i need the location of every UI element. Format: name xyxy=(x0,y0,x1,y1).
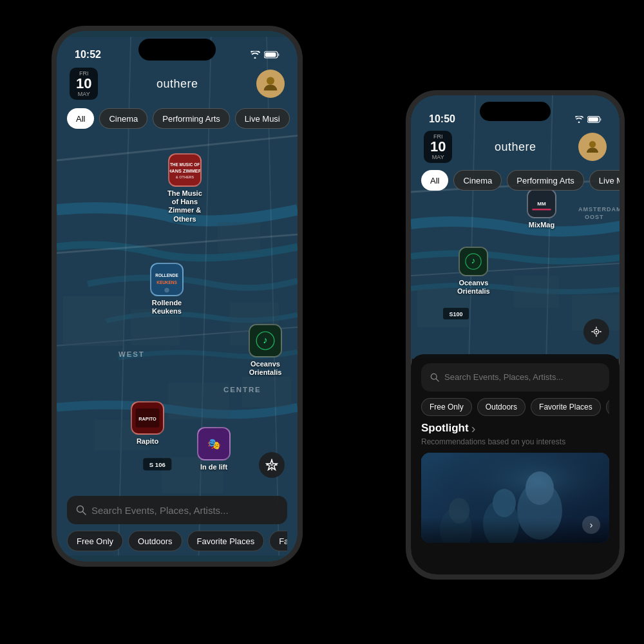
svg-rect-80 xyxy=(421,517,609,543)
filter-bar-2: All Cinema Performing Arts Live Musi xyxy=(411,167,620,193)
spotlight-arrow-icon: › xyxy=(471,421,476,436)
day-number-2: 10 xyxy=(430,140,446,154)
svg-text:♪: ♪ xyxy=(263,335,267,345)
svg-text:CENTRE: CENTRE xyxy=(223,386,261,393)
scene: 10:52 xyxy=(0,0,644,644)
dynamic-island-2 xyxy=(480,102,551,121)
event-pin-hans-zimmer[interactable]: THE MUSIC OF HANS ZIMMER & OTHERS The Mu… xyxy=(167,153,202,223)
search-icon xyxy=(76,505,86,515)
tag-favorite-a-2[interactable]: Favorite A xyxy=(606,398,609,416)
event-label-rapito: Rapito xyxy=(137,437,158,446)
filter-cinema[interactable]: Cinema xyxy=(99,108,147,129)
avatar-2[interactable] xyxy=(578,133,607,161)
app-header: FRI 10 MAY outhere xyxy=(57,64,298,103)
svg-point-22 xyxy=(267,77,274,85)
event-image-lift: 🎭 xyxy=(197,427,231,460)
tag-row-2: Free Only Outdoors Favorite Places Favor… xyxy=(421,398,609,416)
spotlight-title[interactable]: Spotlight › xyxy=(421,421,609,436)
filter-bar: All Cinema Performing Arts Live Musi xyxy=(57,106,298,131)
svg-text:🎭: 🎭 xyxy=(207,437,221,451)
search-bar-2[interactable] xyxy=(421,363,609,392)
svg-rect-64 xyxy=(532,209,551,210)
svg-text:HANS ZIMMER: HANS ZIMMER xyxy=(169,168,200,174)
svg-rect-14 xyxy=(168,383,230,420)
battery-icon xyxy=(264,51,279,61)
event-label-oceanvs: OceanvsOrientalis xyxy=(249,360,282,377)
svg-text:THE MUSIC OF: THE MUSIC OF xyxy=(170,162,200,167)
svg-rect-10 xyxy=(63,296,125,346)
event-label-mixmag-2: MixMag xyxy=(529,221,554,229)
search-bar[interactable] xyxy=(67,496,287,524)
event-pin-oceanvs-2[interactable]: ♪ OceanvsOrientalis xyxy=(457,247,490,296)
bottom-sheet: Free Only Outdoors Favorite Places Favor… xyxy=(411,354,620,574)
filter-all-2[interactable]: All xyxy=(421,170,448,191)
status-time-2: 10:50 xyxy=(429,113,455,125)
search-input-2[interactable] xyxy=(444,372,600,382)
event-image-oceanvs: ♪ xyxy=(249,324,282,357)
tag-outdoors[interactable]: Outdoors xyxy=(128,531,182,551)
filter-performing-arts-2[interactable]: Performing Arts xyxy=(507,170,584,191)
svg-text:♪: ♪ xyxy=(471,256,475,265)
spotlight-artwork xyxy=(421,453,609,543)
spotlight-card[interactable]: › xyxy=(421,453,609,543)
event-pin-oceanvs[interactable]: ♪ OceanvsOrientalis xyxy=(249,324,282,377)
svg-text:MM: MM xyxy=(537,201,546,207)
spotlight-section: Spotlight › Recommendations based on you… xyxy=(421,421,609,543)
tag-free-only[interactable]: Free Only xyxy=(67,531,123,551)
location-button[interactable] xyxy=(259,452,285,478)
status-icons xyxy=(250,51,279,61)
svg-rect-1 xyxy=(278,53,279,56)
filter-performing-arts[interactable]: Performing Arts xyxy=(153,108,230,129)
event-pin-lift[interactable]: 🎭 In de lift xyxy=(197,427,231,471)
event-pin-mixmag-2[interactable]: MM MixMag xyxy=(527,189,556,229)
location-button-2[interactable] xyxy=(583,319,609,345)
bottom-panel: Free Only Outdoors Favorite Places Favor… xyxy=(57,488,298,562)
dynamic-island xyxy=(138,39,216,61)
svg-point-61 xyxy=(589,141,596,147)
card-arrow[interactable]: › xyxy=(582,516,600,534)
wifi-icon xyxy=(250,51,260,61)
filter-cinema-2[interactable]: Cinema xyxy=(453,170,502,191)
app-header-2: FRI 10 MAY outhere xyxy=(411,128,620,166)
svg-text:KEUKENS: KEUKENS xyxy=(156,280,177,285)
svg-line-45 xyxy=(83,512,86,515)
event-image-rapito: RAPITO xyxy=(131,401,164,435)
event-image-oceanvs-2: ♪ xyxy=(459,247,488,276)
tag-favorite-a[interactable]: Favorite A xyxy=(269,531,287,551)
event-label-hans-zimmer: The Musicof HansZimmer &Others xyxy=(167,189,202,223)
spotlight-title-text: Spotlight xyxy=(421,422,469,435)
tag-row: Free Only Outdoors Favorite Places Favor… xyxy=(67,531,287,551)
svg-point-69 xyxy=(596,331,598,333)
filter-live-music[interactable]: Live Musi xyxy=(235,108,290,129)
svg-text:AMSTERDAM: AMSTERDAM xyxy=(578,206,620,213)
svg-rect-12 xyxy=(217,222,260,253)
svg-text:WEST: WEST xyxy=(118,350,145,358)
tag-free-only-2[interactable]: Free Only xyxy=(421,398,472,416)
svg-text:S100: S100 xyxy=(449,311,462,317)
phone1: 10:52 xyxy=(52,26,303,567)
tag-favorite-places-2[interactable]: Favorite Places xyxy=(531,398,601,416)
status-time: 10:52 xyxy=(75,49,101,61)
search-input[interactable] xyxy=(91,505,278,516)
search-icon-2 xyxy=(430,373,439,382)
date-badge-2: FRI 10 MAY xyxy=(424,131,452,163)
filter-all[interactable]: All xyxy=(67,108,94,129)
app-title-2: outhere xyxy=(495,140,536,154)
svg-rect-55 xyxy=(514,276,559,308)
event-pin-rollende[interactable]: ROLLENDE KEUKENS RollendeKeukens xyxy=(150,263,184,316)
event-label-lift: In de lift xyxy=(200,463,227,471)
tag-outdoors-2[interactable]: Outdoors xyxy=(477,398,526,416)
day-number: 10 xyxy=(76,77,91,91)
tag-favorite-places[interactable]: Favorite Places xyxy=(187,531,265,551)
event-image-rollende: ROLLENDE KEUKENS xyxy=(150,263,184,296)
date-badge: FRI 10 MAY xyxy=(70,68,98,100)
filter-live-music-2[interactable]: Live Musi xyxy=(589,170,620,191)
avatar[interactable] xyxy=(256,70,285,98)
svg-rect-48 xyxy=(588,117,598,121)
event-label-rollende: RollendeKeukens xyxy=(152,299,182,316)
svg-text:S 106: S 106 xyxy=(149,461,166,468)
battery-icon-2 xyxy=(587,115,601,125)
event-pin-rapito[interactable]: RAPITO Rapito xyxy=(131,401,164,446)
wifi-icon-2 xyxy=(574,115,583,125)
svg-text:& OTHERS: & OTHERS xyxy=(176,175,194,179)
